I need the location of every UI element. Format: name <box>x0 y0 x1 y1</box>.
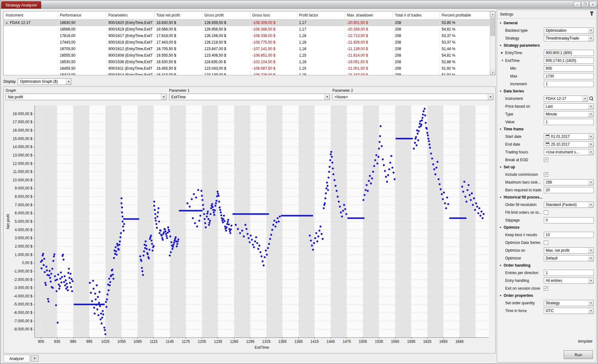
setting-input[interactable]: 20 <box>544 187 594 193</box>
settings-group-header[interactable]: ▼Order properties <box>497 292 596 299</box>
table-cell: 208 <box>393 39 440 46</box>
setting-row: Min905 <box>497 64 596 72</box>
scrollbar-thumb[interactable] <box>491 18 495 36</box>
setting-dropdown[interactable]: 01.01.2017▼ <box>544 133 594 140</box>
graph-dropdown[interactable]: Net profit ▼ <box>6 94 167 100</box>
close-button[interactable]: × <box>589 2 596 7</box>
table-row[interactable]: ▼FDAX 12-1718630,50900/1620 (EntryTime,E… <box>4 20 495 26</box>
setting-row: Value1 <box>497 118 596 126</box>
setting-input[interactable]: 0 <box>544 217 594 223</box>
column-header[interactable]: Gross loss <box>250 12 297 19</box>
settings-group-header[interactable]: ▼General <box>497 20 596 26</box>
column-header[interactable]: Gross profit <box>202 12 250 19</box>
settings-group-header[interactable]: ▼Historical fill proces... <box>497 194 596 201</box>
chevron-down-icon: ▼ <box>161 94 166 100</box>
setting-dropdown[interactable]: Optimization▼ <box>544 27 594 34</box>
add-tab-button[interactable]: + <box>31 355 39 362</box>
column-header[interactable]: Performance <box>58 12 107 19</box>
search-icon[interactable] <box>589 96 594 101</box>
column-header[interactable]: Max. drawdown <box>345 12 393 19</box>
settings-group-header[interactable]: ▼Time frame <box>497 126 596 133</box>
setting-dropdown[interactable]: <Use instrument s...▼ <box>544 149 594 155</box>
setting-input[interactable]: 905 <box>544 65 594 72</box>
table-row[interactable]: 17443,00900/1618 (EntryTime,ExitT17.443,… <box>4 39 495 46</box>
table-row[interactable]: 18568,00900/1619 (EntryTime,ExitT18.568,… <box>4 26 495 33</box>
table-row[interactable]: 16555,50900/1608 (EntryTime,ExitT16.555,… <box>4 52 495 59</box>
column-header[interactable]: Instrument <box>4 12 58 19</box>
chevron-down-icon: ▼ <box>588 35 593 41</box>
svg-text:12.000,00 $: 12.000,00 $ <box>13 161 33 166</box>
table-cell: -20.901,50 $ <box>345 20 393 26</box>
pin-icon[interactable] <box>591 13 592 16</box>
svg-text:965: 965 <box>70 339 76 344</box>
setting-input[interactable]: 900;900;1 (900) <box>544 50 594 56</box>
setting-dropdown[interactable]: All entries▼ <box>544 278 594 284</box>
table-cell: 1,17 <box>297 26 345 33</box>
setting-dropdown[interactable]: Default▼ <box>544 255 594 261</box>
settings-group-header[interactable]: ▼Strategy parameters <box>497 42 596 49</box>
setting-label: Entry handling <box>505 278 544 283</box>
table-cell: -106.587,50 $ <box>250 65 297 72</box>
table-cell: 18568,00 <box>58 26 107 33</box>
table-row[interactable]: 17818,00900/1617 (EntryTime,ExitT17.818,… <box>4 33 495 39</box>
column-header[interactable]: Parameters <box>107 12 154 19</box>
strategy-analyzer-tab[interactable]: Strategy Analyzer <box>1 1 41 9</box>
checkbox[interactable] <box>544 240 548 245</box>
setting-dropdown[interactable]: 25.10.2017▼ <box>544 141 594 147</box>
parameter2-dropdown[interactable]: <None> ▼ <box>332 94 493 100</box>
setting-dropdown[interactable]: TimedIntradayTrade▼ <box>544 35 594 41</box>
setting-dropdown[interactable]: Standard (Fastest)▼ <box>544 202 594 208</box>
row-expander-icon[interactable]: ▼ <box>6 20 10 26</box>
table-row[interactable]: 16455,50900/1611 (EntryTime,ExitT16.455,… <box>4 65 495 72</box>
setting-dropdown[interactable]: Minute▼ <box>544 111 594 117</box>
run-button[interactable]: Run <box>564 350 593 359</box>
tab-analyzer[interactable]: Analyzer <box>3 355 30 362</box>
setting-dropdown[interactable]: Max. net profit▼ <box>544 247 594 254</box>
display-dropdown[interactable]: Optimization Graph ($) ▼ <box>18 78 71 85</box>
table-cell: 900/1618 (EntryTime,ExitT <box>107 39 154 46</box>
setting-dropdown[interactable]: 256▼ <box>544 179 594 185</box>
svg-text:1325: 1325 <box>262 339 271 344</box>
scroll-up-icon[interactable]: ▲ <box>490 12 495 17</box>
setting-dropdown[interactable]: FDAX 12-17▼ <box>544 96 588 102</box>
setting-input[interactable]: 1 <box>544 119 594 125</box>
svg-text:1025: 1025 <box>101 339 110 344</box>
expander-icon[interactable]: ▼ <box>501 59 505 62</box>
settings-title: Settings <box>500 12 591 16</box>
template-link[interactable]: template <box>578 339 592 343</box>
table-cell: 126.156,00 $ <box>202 33 250 39</box>
table-cell: 208 <box>393 26 440 33</box>
checkbox[interactable]: ✓ <box>544 286 548 291</box>
setting-dropdown[interactable]: GTC▼ <box>544 308 594 314</box>
column-header[interactable]: Total net profit <box>154 12 202 19</box>
title-bar: Strategy Analyzer – ❐ × <box>0 0 598 9</box>
column-header[interactable]: Total # of trades <box>393 12 440 19</box>
setting-input[interactable]: 1 <box>544 81 594 87</box>
setting-input[interactable]: 1730 <box>544 73 594 79</box>
setting-dropdown[interactable]: Last▼ <box>544 103 594 110</box>
settings-group-header[interactable]: ▼Optimize <box>497 224 596 231</box>
collapse-icon: ▼ <box>499 294 504 297</box>
checkbox[interactable]: ✓ <box>544 158 548 162</box>
parameter1-dropdown[interactable]: ExitTime ▼ <box>169 94 330 100</box>
restore-button[interactable]: ❐ <box>581 2 589 7</box>
checkbox[interactable]: ✓ <box>544 172 548 177</box>
expander-icon[interactable]: ▶ <box>501 51 505 54</box>
setting-input[interactable]: 905;1730;1 (1620) <box>544 58 594 64</box>
setting-input[interactable]: 1 <box>544 270 594 276</box>
settings-group-header[interactable]: ▼Data Series <box>497 88 596 95</box>
table-row[interactable]: 16413,00900/1614 (EntryTime,ExitT16.413,… <box>4 72 495 75</box>
svg-text:4.000,00 $: 4.000,00 $ <box>15 228 32 232</box>
checkbox[interactable] <box>544 210 548 215</box>
setting-input[interactable]: 10 <box>544 232 594 238</box>
column-header[interactable]: Profit factor <box>297 12 345 19</box>
setting-dropdown[interactable]: Strategy▼ <box>544 300 594 306</box>
table-scrollbar[interactable]: ▲ ▼ <box>490 12 495 75</box>
table-row[interactable]: 16530,50900/1536 (EntryTime,ExitT16.530,… <box>4 59 495 65</box>
scroll-down-icon[interactable]: ▼ <box>490 70 495 75</box>
settings-group-header[interactable]: ▼Set up <box>497 164 596 170</box>
minimize-button[interactable]: – <box>574 2 581 7</box>
column-header[interactable]: Percent profitable <box>440 12 490 19</box>
table-row[interactable]: 16705,50900/1612 (EntryTime,ExitT16.705,… <box>4 46 495 52</box>
settings-group-header[interactable]: ▼Order handling <box>497 262 596 269</box>
